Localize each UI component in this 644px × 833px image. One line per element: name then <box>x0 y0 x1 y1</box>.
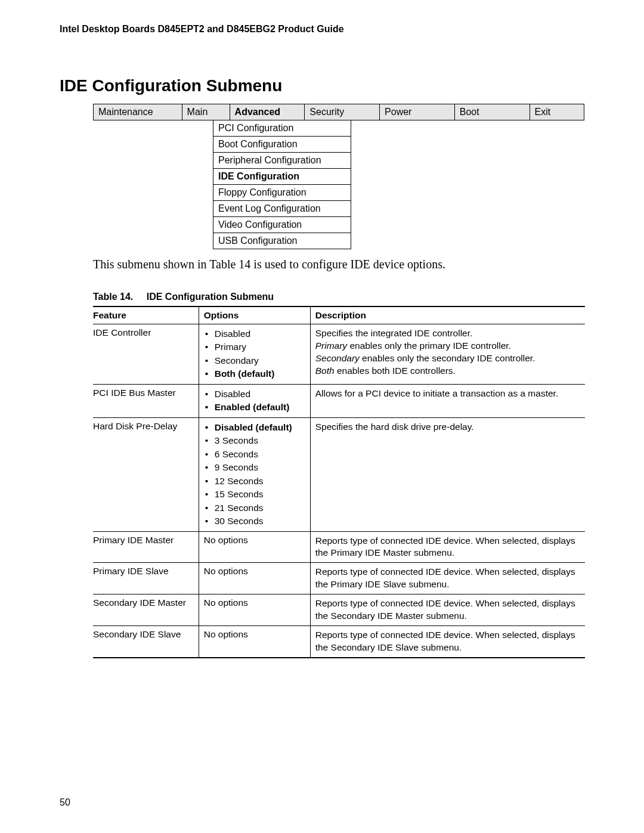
feature-cell: Hard Disk Pre-Delay <box>93 417 199 531</box>
menu-tab: Exit <box>530 104 584 120</box>
running-header: Intel Desktop Boards D845EPT2 and D845EB… <box>60 24 584 35</box>
table-row: Secondary IDE SlaveNo optionsReports typ… <box>93 626 585 658</box>
menu-tab: Maintenance <box>94 104 182 120</box>
option-item: Primary <box>204 340 305 354</box>
options-cell: No options <box>199 626 310 658</box>
table-row: IDE ControllerDisabledPrimarySecondaryBo… <box>93 324 585 385</box>
page-number: 50 <box>60 797 70 808</box>
feature-cell: IDE Controller <box>93 324 199 385</box>
submenu-item: IDE Configuration <box>213 169 351 185</box>
feature-table: Feature Options Description IDE Controll… <box>93 306 585 658</box>
option-item: Disabled <box>204 388 305 401</box>
options-cell: No options <box>199 531 310 563</box>
description-cell: Reports type of connected IDE device. Wh… <box>310 594 585 626</box>
options-cell: DisabledEnabled (default) <box>199 384 310 417</box>
intro-text: This submenu shown in Table 14 is used t… <box>93 258 584 271</box>
description-text: Specifies the hard disk drive pre-delay. <box>315 421 580 433</box>
feature-cell: Primary IDE Master <box>93 531 199 563</box>
option-item: 6 Seconds <box>204 448 305 461</box>
table-caption-number: Table 14. <box>93 292 133 302</box>
option-item: Disabled <box>204 327 305 340</box>
menu-tabs: MaintenanceMainAdvancedSecurityPowerBoot… <box>93 104 584 120</box>
header-feature: Feature <box>93 306 199 324</box>
menu-tab: Main <box>182 104 230 120</box>
table-caption: Table 14. IDE Configuration Submenu <box>93 292 584 302</box>
option-item: 9 Seconds <box>204 461 305 474</box>
table-row: Secondary IDE MasterNo optionsReports ty… <box>93 594 585 626</box>
table-row: PCI IDE Bus MasterDisabledEnabled (defau… <box>93 384 585 417</box>
submenu-item: USB Configuration <box>213 233 351 249</box>
option-item: 30 Seconds <box>204 515 305 528</box>
option-item: 12 Seconds <box>204 475 305 488</box>
option-item: 21 Seconds <box>204 501 305 515</box>
options-cell: No options <box>199 594 310 626</box>
option-item: 15 Seconds <box>204 488 305 501</box>
menu-tab: Security <box>305 104 380 120</box>
description-text: Specifies the integrated IDE controller.… <box>315 327 580 377</box>
menu-tab: Advanced <box>230 104 305 120</box>
description-cell: Reports type of connected IDE device. Wh… <box>310 626 585 658</box>
table-row: Primary IDE SlaveNo optionsReports type … <box>93 563 585 594</box>
feature-cell: Primary IDE Slave <box>93 563 199 594</box>
description-text: Reports type of connected IDE device. Wh… <box>315 566 580 591</box>
option-item: Enabled (default) <box>204 401 305 414</box>
header-description: Description <box>310 306 585 324</box>
option-item: Disabled (default) <box>204 421 305 434</box>
description-cell: Specifies the hard disk drive pre-delay. <box>310 417 585 531</box>
page: Intel Desktop Boards D845EPT2 and D845EB… <box>0 0 644 833</box>
menu-tab: Boot <box>454 104 530 120</box>
bios-menu-diagram: MaintenanceMainAdvancedSecurityPowerBoot… <box>93 104 584 249</box>
section-title: IDE Configuration Submenu <box>60 76 584 95</box>
feature-cell: Secondary IDE Slave <box>93 626 199 658</box>
options-cell: No options <box>199 563 310 594</box>
table-caption-title: IDE Configuration Submenu <box>147 292 274 302</box>
feature-cell: PCI IDE Bus Master <box>93 384 199 417</box>
description-cell: Allows for a PCI device to initiate a tr… <box>310 384 585 417</box>
submenu-item: Floppy Configuration <box>213 185 351 201</box>
option-item: Secondary <box>204 354 305 367</box>
option-item: Both (default) <box>204 367 305 380</box>
description-cell: Reports type of connected IDE device. Wh… <box>310 563 585 594</box>
description-cell: Reports type of connected IDE device. Wh… <box>310 531 585 563</box>
submenu-item: Event Log Configuration <box>213 201 351 217</box>
options-cell: Disabled (default)3 Seconds6 Seconds9 Se… <box>199 417 310 531</box>
submenu-item: Peripheral Configuration <box>213 153 351 169</box>
menu-tab: Power <box>380 104 455 120</box>
submenu-list: PCI ConfigurationBoot ConfigurationPerip… <box>213 120 351 249</box>
submenu-item: Video Configuration <box>213 217 351 233</box>
description-text: Allows for a PCI device to initiate a tr… <box>315 388 580 400</box>
submenu-item: PCI Configuration <box>213 120 351 137</box>
table-row: Primary IDE MasterNo optionsReports type… <box>93 531 585 563</box>
description-text: Reports type of connected IDE device. Wh… <box>315 535 580 560</box>
description-text: Reports type of connected IDE device. Wh… <box>315 597 580 623</box>
description-text: Reports type of connected IDE device. Wh… <box>315 629 580 654</box>
submenu-item: Boot Configuration <box>213 137 351 153</box>
header-options: Options <box>199 306 310 324</box>
description-cell: Specifies the integrated IDE controller.… <box>310 324 585 385</box>
option-item: 3 Seconds <box>204 434 305 447</box>
table-row: Hard Disk Pre-DelayDisabled (default)3 S… <box>93 417 585 531</box>
options-cell: DisabledPrimarySecondaryBoth (default) <box>199 324 310 385</box>
feature-cell: Secondary IDE Master <box>93 594 199 626</box>
